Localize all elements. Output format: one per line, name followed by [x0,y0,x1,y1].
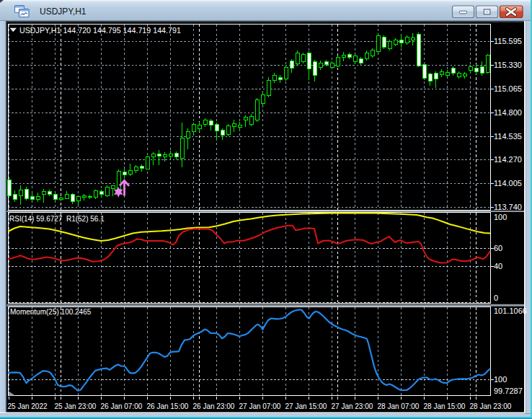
svg-text:27 Jan 23:00: 27 Jan 23:00 [332,402,373,410]
svg-text:115.065: 115.065 [494,84,522,93]
svg-text:0: 0 [494,294,498,302]
svg-text:USDJPY,H1 144.720 144.795 144.: USDJPY,H1 144.720 144.795 144.719 144.79… [19,26,181,35]
svg-text:114.005: 114.005 [494,179,522,188]
svg-text:26 Jan 07:00: 26 Jan 07:00 [101,402,143,410]
svg-text:RSI(14) 59.6727 R1(52) 56.1: RSI(14) 59.6727 R1(52) 56.1 [9,215,105,223]
svg-text:101.1066: 101.1066 [494,306,527,315]
svg-text:28 Jan 15:00: 28 Jan 15:00 [424,402,466,410]
svg-text:25 Jan 2022: 25 Jan 2022 [8,402,48,410]
svg-text:100: 100 [494,213,507,221]
svg-text:100: 100 [494,375,507,384]
svg-text:115.595: 115.595 [494,37,522,45]
svg-text:25 Jan 23:00: 25 Jan 23:00 [55,402,97,410]
svg-text:113.740: 113.740 [494,203,522,211]
svg-text:40: 40 [494,262,502,270]
svg-text:USDJPY,H1: USDJPY,H1 [40,6,87,17]
svg-text:Momentum(25) 100.2465: Momentum(25) 100.2465 [10,308,92,316]
svg-text:60: 60 [494,244,502,252]
svg-text:26 Jan 15:00: 26 Jan 15:00 [147,402,189,410]
svg-text:26 Jan 23:00: 26 Jan 23:00 [193,402,235,410]
svg-text:28 Jan 07:00: 28 Jan 07:00 [378,402,420,410]
svg-text:27 Jan 15:00: 27 Jan 15:00 [285,402,327,410]
svg-text:114.800: 114.800 [494,108,522,117]
svg-text:114.270: 114.270 [494,155,522,164]
svg-text:27 Jan 07:00: 27 Jan 07:00 [239,402,281,410]
svg-text:115.330: 115.330 [494,61,522,69]
svg-text:28 Jan 23:00: 28 Jan 23:00 [470,402,512,410]
svg-text:114.535: 114.535 [494,132,522,141]
svg-text:99.7287: 99.7287 [494,387,523,395]
